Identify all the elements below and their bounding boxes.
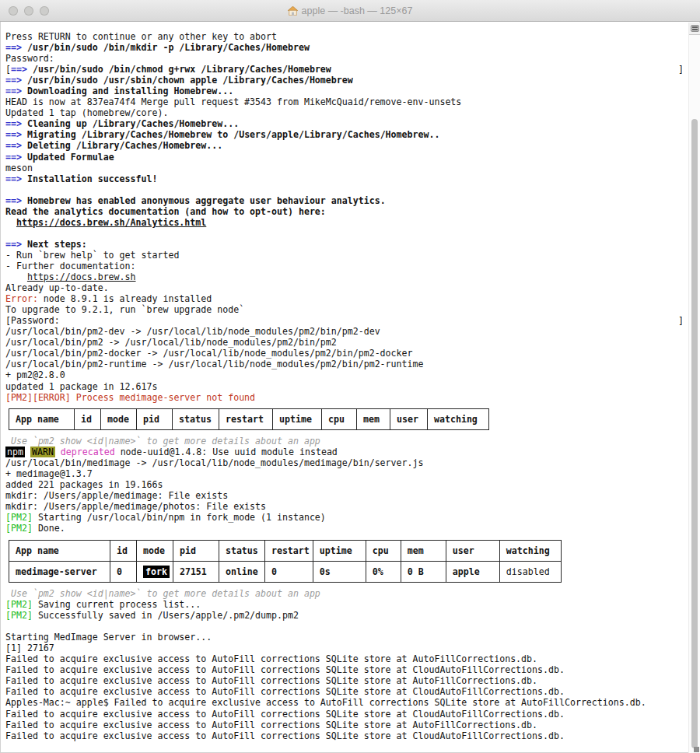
text-segment: ==>	[5, 173, 22, 184]
text-segment: [PM2][ERROR] Process medimage-server not…	[5, 392, 255, 403]
text-segment: + pm2@2.8.0	[5, 369, 65, 380]
terminal-line: ==> Updated Formulae	[5, 152, 684, 163]
text-segment: mkdir: /Users/apple/medimage/photos: Fil…	[5, 501, 266, 512]
table-cell: 27151	[173, 561, 219, 582]
terminal-line	[5, 621, 684, 632]
terminal-line: ==> Installation successful!	[5, 173, 684, 184]
text-segment: + medimage@1.3.7	[5, 468, 93, 479]
text-segment: /usr/local/bin/pm2-runtime -> /usr/local…	[5, 359, 423, 369]
terminal-line: HEAD is now at 837ea74f4 Merge pull requ…	[5, 96, 684, 107]
title-bar[interactable]: apple — -bash — 125×67	[0, 0, 700, 22]
text-segment: Use `pm2 show <id|name>` to get more det…	[5, 588, 320, 599]
terminal-line: ==> /usr/bin/sudo /bin/mkdir -p /Library…	[5, 42, 684, 53]
terminal-line: ==> Homebrew has enabled anonymous aggre…	[5, 195, 684, 206]
text-segment: Cleaning up /Library/Caches/Homebrew...	[22, 118, 239, 129]
terminal-line: [1] 27167	[5, 643, 684, 653]
text-segment: ]	[678, 315, 684, 326]
text-segment: ==>	[5, 152, 22, 163]
terminal-line: Read the analytics documentation (and ho…	[5, 206, 684, 217]
zoom-button[interactable]	[40, 6, 49, 16]
table-cell: online	[219, 561, 264, 582]
column-header: restart	[219, 408, 273, 429]
text-segment: ==>	[5, 129, 22, 140]
terminal-line	[5, 228, 684, 239]
text-segment: node 8.9.1 is already installed	[38, 293, 212, 304]
resize-grip[interactable]	[694, 747, 699, 752]
text-segment: Failed to acquire exclusive access to Au…	[5, 730, 565, 741]
terminal-line	[5, 184, 684, 195]
column-header: mode	[101, 408, 137, 429]
text-segment: [	[5, 64, 11, 75]
column-header: id	[75, 408, 101, 429]
text-segment: ]	[678, 64, 684, 75]
column-header: status	[173, 408, 219, 429]
home-proxy-icon[interactable]	[288, 6, 298, 16]
terminal-window: { "window": { "title": "apple — -bash — …	[0, 0, 700, 753]
text-segment: Failed to acquire exclusive access to Au…	[5, 686, 565, 697]
text-segment: node-uuid@1.4.8: Use uuid module instead	[115, 447, 338, 457]
column-header: uptime	[273, 408, 322, 429]
text-segment	[5, 217, 16, 228]
terminal-link[interactable]: https://docs.brew.sh/Analytics.html	[16, 217, 206, 228]
text-segment: Downloading and installing Homebrew...	[22, 86, 233, 96]
mode-badge: fork	[143, 566, 170, 578]
text-segment: Migrating /Library/Caches/Homebrew to /U…	[22, 129, 439, 140]
text-segment: HEAD is now at 837ea74f4 Merge pull requ…	[5, 96, 461, 107]
split-pane-icon	[691, 25, 699, 32]
column-header: mem	[401, 540, 446, 561]
scrollbar-thumb[interactable]	[691, 119, 698, 748]
table-cell: disabled	[499, 561, 561, 582]
text-segment: Next steps:	[22, 239, 87, 250]
text-segment: [PM2]	[5, 610, 33, 621]
text-segment: ==>	[5, 118, 22, 129]
terminal-line: Password:	[5, 53, 684, 64]
minimize-button[interactable]	[24, 6, 33, 16]
scrollbar[interactable]	[688, 23, 700, 753]
terminal-line: ==> Downloading and installing Homebrew.…	[5, 86, 684, 96]
table-cell: 0%	[366, 561, 401, 582]
terminal-line: [PM2] Successfully saved in /Users/apple…	[5, 610, 684, 621]
table-cell: apple	[446, 561, 499, 582]
terminal-line: updated 1 package in 12.617s	[5, 381, 684, 392]
text-segment: Use `pm2 show <id|name>` to get more det…	[5, 436, 320, 447]
column-header: mem	[357, 408, 390, 429]
text-segment: [PM2]	[5, 512, 33, 523]
text-segment: /usr/local/bin/pm2-docker -> /usr/local/…	[5, 348, 413, 359]
text-segment: Successfully saved in /Users/apple/.pm2/…	[33, 610, 299, 621]
terminal-line: [PM2] Done.	[5, 523, 684, 534]
traffic-lights	[9, 6, 49, 16]
terminal-line: Failed to acquire exclusive access to Au…	[5, 664, 684, 675]
split-pane-button[interactable]	[689, 23, 700, 35]
terminal-link[interactable]: https://docs.brew.sh	[27, 271, 136, 282]
text-segment: Starting MedImage Server in browser...	[5, 632, 212, 643]
terminal-line: Updated 1 tap (homebrew/core).	[5, 107, 684, 118]
table-cell: 0s	[313, 561, 366, 582]
terminal-output[interactable]: Press RETURN to continue or any other ke…	[0, 23, 688, 753]
terminal-line: + pm2@2.8.0	[5, 369, 684, 380]
npm-badge: npm	[5, 447, 25, 457]
table-cell: 0 B	[401, 561, 446, 582]
text-segment: ==>	[5, 140, 22, 151]
table-cell: 0	[110, 561, 137, 582]
terminal-line: /usr/local/bin/medimage -> /usr/local/li…	[5, 457, 684, 468]
terminal-line: Error: node 8.9.1 is already installed	[5, 293, 684, 304]
terminal-line: Already up-to-date.	[5, 282, 684, 293]
text-segment: Press RETURN to continue or any other ke…	[5, 31, 277, 42]
text-segment: [PM2]	[5, 599, 33, 610]
close-button[interactable]	[9, 6, 18, 16]
text-segment: ==>	[11, 64, 27, 75]
text-segment: ==>	[5, 42, 22, 53]
terminal-line: Failed to acquire exclusive access to Au…	[5, 730, 684, 741]
terminal-line: /usr/local/bin/pm2-docker -> /usr/local/…	[5, 348, 684, 359]
text-segment: Starting /usr/local/bin/npm in fork_mode…	[33, 512, 326, 523]
text-segment	[25, 447, 30, 457]
terminal-line: [PM2][ERROR] Process medimage-server not…	[5, 392, 684, 403]
column-header: cpu	[322, 408, 357, 429]
terminal-line: Use `pm2 show <id|name>` to get more det…	[5, 588, 684, 599]
column-header: id	[110, 540, 137, 561]
terminal-line: Apples-Mac:~ apple$ Failed to acquire ex…	[5, 697, 684, 708]
text-segment: Updated Formulae	[22, 152, 114, 163]
column-header: mode	[137, 540, 173, 561]
text-segment: /usr/bin/sudo /usr/sbin/chown apple /Lib…	[22, 75, 353, 86]
text-segment: mkdir: /Users/apple/medimage: File exist…	[5, 490, 228, 501]
